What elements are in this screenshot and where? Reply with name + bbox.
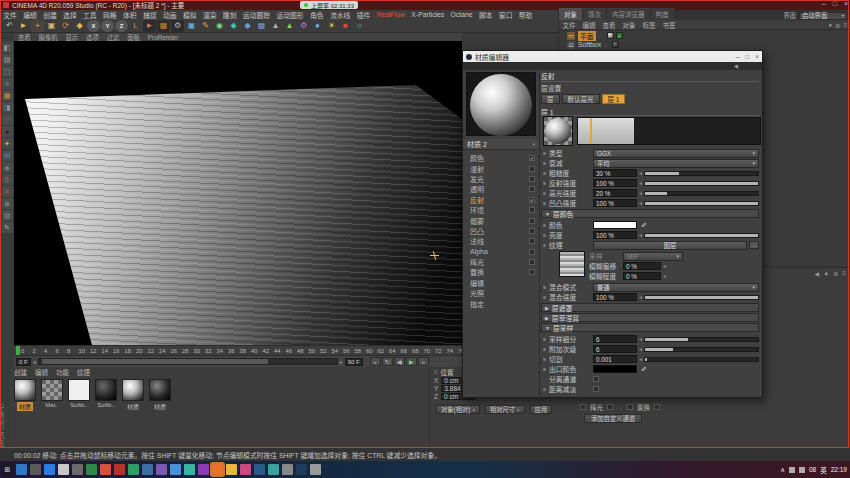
dialog-titlebar[interactable]: 材质编辑器 – □ × [463,51,762,62]
workplane-icon[interactable]: ▢ [2,66,13,77]
volume-icon[interactable]: ▦ [255,20,268,32]
tab-takes[interactable]: 场次 [583,8,607,20]
selection-filter-icon[interactable]: ✕ [2,186,13,197]
channel-row[interactable]: 指定 [463,298,539,308]
tray-caret-icon[interactable]: ∧ [780,466,785,474]
clock[interactable]: 22:19 [831,466,847,473]
taskbar-app-icon[interactable] [282,464,293,475]
timeline-scroll-thumb[interactable] [42,359,268,364]
menu-item[interactable]: 网格 [100,10,120,19]
taskbar-app-icon[interactable] [58,464,69,475]
environment-icon[interactable]: ▲ [283,20,296,32]
render-view-icon[interactable]: ► [143,20,156,32]
lock-x-axis-icon[interactable]: X [87,20,100,32]
viewport-canvas[interactable] [14,41,462,345]
channel-checkbox[interactable] [529,218,535,224]
channel-row[interactable]: 颜色 [463,153,539,163]
channel-checkbox[interactable] [529,259,535,265]
secondary-subdiv-slider[interactable] [644,347,759,352]
tab-layer-1[interactable]: 层 1 [602,94,626,104]
menu-item[interactable]: 插件 [353,10,373,19]
menu-item[interactable]: 动画 [160,10,180,19]
separate-pass-checkbox[interactable] [593,376,599,382]
blend-strength-field[interactable]: 100 % [593,293,637,301]
channel-checkbox[interactable] [529,207,535,213]
material-item[interactable]: Softb.. [94,379,118,411]
channel-row[interactable]: 编辑 [463,278,539,288]
menu-item[interactable]: 帮助 [516,10,536,19]
object-menu-item[interactable]: 文件 [559,20,579,30]
sampling-subdiv-slider[interactable] [644,337,759,342]
material-menu-item[interactable]: 功能 [52,367,73,377]
channel-row[interactable]: 置换 [463,267,539,277]
render-region-icon[interactable]: ▦ [157,20,170,32]
object-mode-icon[interactable]: ■ [2,78,13,89]
search-icon[interactable]: ● [828,22,832,29]
material-thumbnail[interactable] [68,379,90,401]
taskbar-app-icon[interactable] [254,464,265,475]
channel-row[interactable]: 发光 [463,174,539,184]
viewport-menu-item[interactable]: ProRender [144,34,182,41]
color-swatch[interactable] [593,221,637,229]
dialog-maximize-button[interactable]: □ [745,53,749,60]
axis-mode-icon[interactable]: ▤ [2,150,13,161]
texture-mode-icon[interactable]: ▨ [2,54,13,65]
sampling-subdiv-field[interactable]: 6 [593,335,637,343]
menu-item[interactable]: 体积 [120,10,140,19]
channel-row[interactable]: 漫射 [463,163,539,173]
lock-z-axis-icon[interactable]: Z [115,20,128,32]
snap-icon[interactable]: ◆ [2,162,13,173]
maximize-button[interactable]: □ [833,0,837,7]
taskbar-app-icon[interactable] [16,464,27,475]
taskbar-app-icon[interactable] [170,464,181,475]
specular-strength-field[interactable]: 20 % [593,189,637,197]
deformer-icon[interactable]: ⚙ [297,20,310,32]
material-item[interactable]: Softb.. [67,379,91,411]
taskbar-app-icon[interactable] [212,464,223,475]
edges-mode-icon[interactable]: ⁘ [2,114,13,125]
start-button[interactable]: ⊞ [2,464,13,475]
last-tool-icon[interactable]: ◆ [73,20,86,32]
render-settings-icon[interactable]: ⚙ [171,20,184,32]
material-ball-icon[interactable]: ■ [339,20,352,32]
glow-arrow[interactable] [607,404,613,410]
menu-item[interactable]: 角色 [307,10,327,19]
panel-menu-icon[interactable]: ≡ [434,369,438,375]
timeline-scrollbar[interactable] [38,358,338,365]
move-tool-icon[interactable]: + [31,20,44,32]
channel-checkbox[interactable] [529,176,535,182]
tab-default-specular[interactable]: 默认高光 [562,94,600,104]
menu-item[interactable]: 运动图形 [273,10,307,19]
nav-back-icon[interactable]: ◀ [734,63,738,69]
taskbar-app-icon[interactable] [86,464,97,475]
scale-tool-icon[interactable]: ▣ [45,20,58,32]
viewport-filter-icon[interactable]: ▯ [2,174,13,185]
spline-pen-icon[interactable]: ✎ [199,20,212,32]
taskbar-app-icon[interactable] [184,464,195,475]
material-item[interactable]: 材质 [148,379,172,411]
tray-icon[interactable] [799,467,805,473]
enable-tag-icon[interactable]: ✓ [616,32,623,39]
lock-y-axis-icon[interactable]: Y [101,20,114,32]
specular-strength-slider[interactable] [644,191,759,196]
material-thumbnail[interactable] [95,379,117,401]
menu-item[interactable]: 运动跟踪 [240,10,274,19]
layer-sampling-section[interactable]: ▼层采样 [541,323,759,332]
taskbar-app-icon[interactable] [142,464,153,475]
undo-icon[interactable]: ↶ [3,20,16,32]
layer-mask-section[interactable]: ▶层遮罩 [541,303,759,312]
channel-row[interactable]: 烟雾 [463,215,539,225]
menu-item[interactable]: 雕刻 [220,10,240,19]
lock-icon[interactable]: ⚙ [833,270,838,277]
menu-item[interactable]: 创建 [40,10,60,19]
displacement-checkbox[interactable] [627,404,633,410]
texture-shader-button[interactable]: 图层 [593,241,747,250]
roughness-field[interactable]: 30 % [593,169,637,177]
channel-row[interactable]: 反射 [463,195,539,205]
rotate-tool-icon[interactable]: ⟳ [59,20,72,32]
layout-dropdown[interactable]: 启动界面▾ [799,12,847,20]
menu-item[interactable]: 工具 [80,10,100,19]
distance-dim-checkbox[interactable] [593,386,599,392]
taskbar-app-icon[interactable] [30,464,41,475]
menu-item[interactable]: 选择 [60,10,80,19]
